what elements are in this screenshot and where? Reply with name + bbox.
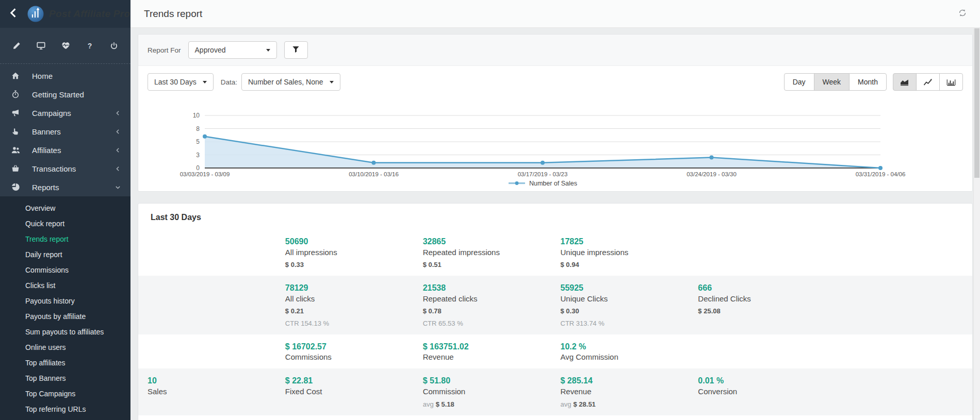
users-icon [11,146,20,155]
filter-button[interactable] [284,41,308,59]
sidebar-item-campaigns[interactable]: Campaigns [0,104,130,122]
stat-declined-clicks: 666Declined Clicks$ 25.08 [693,283,830,327]
stat-avg-word: avg [423,400,434,408]
sidebar-nav: HomeGetting StartedCampaignsBannersAffil… [0,64,130,420]
data-point[interactable] [878,166,883,170]
area-chart-icon [900,78,909,86]
stat-label: Sales [148,387,275,396]
sidebar-item-getting-started[interactable]: Getting Started [0,85,130,104]
svg-text:3: 3 [196,152,200,159]
bar-chart-button[interactable] [939,73,963,91]
sidebar-item-reports[interactable]: Reports [0,178,130,196]
date-range-select[interactable]: Last 30 Days [148,73,214,91]
svg-text:03/03/2019 - 03/09: 03/03/2019 - 03/09 [180,171,230,177]
question-icon: ? [86,42,94,50]
submenu-item-payouts-history[interactable]: Payouts history [0,293,130,309]
submenu-item-top-referring-urls[interactable]: Top referring URLs [0,401,130,417]
stat-money: $ 25.08 [698,307,825,315]
sidebar-item-banners[interactable]: Banners [0,122,130,141]
stats-card: Last 30 Days 50690All impressions$ 0.333… [138,203,973,420]
data-point[interactable] [710,156,714,160]
trends-area-chart: 03581003/03/2019 - 03/0903/10/2019 - 03/… [174,111,917,179]
sidebar: Post Affiliate Pro ? HomeGetting Started… [0,0,130,420]
stats-row: 78129All clicks$ 0.21CTR 154.13 %21538Re… [138,276,972,334]
submenu-item-quick-report[interactable]: Quick report [0,216,130,231]
page-scrollbar[interactable] [973,28,980,420]
monitor-toolbar-button[interactable] [37,41,45,50]
caret-down-icon [330,81,334,83]
heartbeat-toolbar-button[interactable] [61,41,70,50]
caret-down-icon [266,49,270,52]
pie-chart-icon [11,183,20,191]
data-point[interactable] [203,135,207,139]
submenu-item-sum-payouts-to-affiliates[interactable]: Sum payouts to affiliates [0,324,130,340]
caret-down-icon [203,81,207,83]
stat-value: 21538 [423,283,550,294]
submenu-item-commissions[interactable]: Commissions [0,262,130,278]
svg-text:03/31/2019 - 04/06: 03/31/2019 - 04/06 [856,171,906,177]
submenu-item-payouts-by-affiliate[interactable]: Payouts by affiliate [0,309,130,324]
period-button-month[interactable]: Month [849,73,887,91]
period-button-day[interactable]: Day [784,73,814,91]
stat-avg-value: $ 28.51 [573,400,595,408]
sidebar-item-home[interactable]: Home [0,66,130,85]
area-chart-button[interactable] [893,73,917,91]
chart-legend: Number of Sales [174,180,911,187]
date-range-value: Last 30 Days [154,78,197,86]
stats-row: 10Sales$ 22.81Fixed Cost$ 51.80Commissio… [138,368,972,415]
refresh-button[interactable] [958,9,967,19]
stat-label: Repeated impressions [423,248,550,257]
stat-ctr: CTR 313.74 % [561,320,688,327]
chart-toolbar: Last 30 Days Data: Number of Sales, None… [138,66,972,98]
submenu-item-clicks-list[interactable]: Clicks list [0,278,130,293]
submenu-item-online-users[interactable]: Online users [0,340,130,355]
submenu-item-top-campaigns[interactable]: Top Campaigns [0,386,130,401]
question-toolbar-button[interactable]: ? [86,42,94,50]
stat-sales: 10Sales [142,376,280,408]
stat-money: $ 0.78 [423,307,550,315]
stat-label: Declined Clicks [698,294,825,303]
refresh-icon [958,9,967,19]
submenu-item-top-banners[interactable]: Top Banners [0,371,130,386]
sidebar-item-transactions[interactable]: Transactions [0,159,130,178]
megaphone-icon [11,109,20,117]
topbar: Trends report [130,0,980,28]
stat-value: $ 163751.02 [423,342,550,352]
submenu-item-top-affiliates[interactable]: Top affiliates [0,355,130,371]
legend-marker-icon [508,180,526,187]
sidebar-item-label: Home [32,72,121,80]
stopwatch-icon [11,90,20,98]
stat-value: 10.2 % [561,342,688,352]
pencil-toolbar-button[interactable] [12,42,21,50]
stat-money: $ 0.33 [285,261,413,268]
period-button-week[interactable]: Week [814,73,850,91]
stat-commissions: $ 16702.57Commissions [280,342,418,362]
stat-label: All impressions [285,248,413,257]
submenu-item-overview[interactable]: Overview [0,200,130,216]
data-series-select[interactable]: Number of Sales, None [241,73,340,91]
collapse-sidebar-button[interactable] [0,7,27,21]
sidebar-item-label: Reports [32,183,115,192]
line-chart-button[interactable] [916,73,940,91]
trends-chart-card: Report For Approved Last 30 Days Data: N… [138,34,973,192]
power-toolbar-button[interactable] [110,42,118,50]
sidebar-header: Post Affiliate Pro [0,0,130,28]
data-point[interactable] [541,161,545,165]
stat-commission: $ 51.80Commissionavg$ 5.18 [418,376,556,408]
stat-label: Repeated clicks [423,294,550,303]
data-point[interactable] [372,161,376,165]
submenu-item-trends-report[interactable]: Trends report [0,231,130,247]
stat-all-impressions: 50690All impressions$ 0.33 [280,237,418,268]
stat-ctr: CTR 65.53 % [423,320,550,327]
svg-text:0: 0 [196,164,200,172]
stat-repeated-impressions: 32865Repeated impressions$ 0.51 [418,237,556,268]
stat-label: Unique Clicks [561,294,688,303]
report-for-select[interactable]: Approved [188,41,277,59]
stat-avg: avg$ 5.18 [423,400,550,408]
sidebar-item-affiliates[interactable]: Affiliates [0,141,130,159]
reports-submenu: OverviewQuick reportTrends reportDaily r… [0,196,130,420]
scrollbar-thumb[interactable] [974,28,979,178]
stat-money: $ 0.21 [285,307,413,315]
svg-text:?: ? [88,42,92,50]
submenu-item-daily-report[interactable]: Daily report [0,247,130,262]
